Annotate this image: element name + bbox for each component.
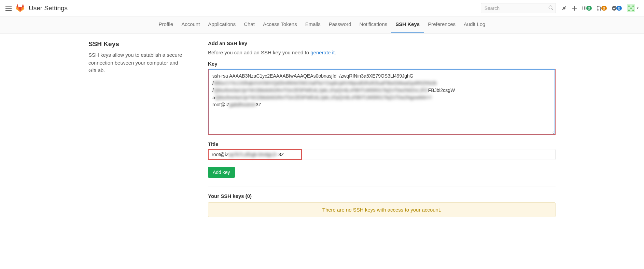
svg-point-2 [600,9,601,11]
tab-preferences[interactable]: Preferences [424,16,460,33]
tab-password[interactable]: Password [325,16,355,33]
header: User Settings 0 0 0 ▾ [0,0,644,16]
tab-profile[interactable]: Profile [155,16,178,33]
svg-point-5 [628,5,630,7]
tab-emails[interactable]: Emails [301,16,325,33]
caret-down-icon: ▾ [637,6,639,10]
svg-point-7 [630,8,632,9]
search-input[interactable] [481,3,556,13]
tab-applications[interactable]: Applications [204,16,240,33]
tab-chat[interactable]: Chat [240,16,259,33]
admin-icon[interactable] [561,5,567,11]
tab-access-tokens[interactable]: Access Tokens [259,16,301,33]
settings-tabs: ProfileAccountApplicationsChatAccess Tok… [0,16,644,33]
merge-badge: 0 [601,6,607,11]
todos-badge: 0 [616,6,622,11]
svg-point-9 [632,10,634,11]
svg-point-8 [628,10,630,11]
key-highlight-box: ssh-rsa AAAAB3NzaC1yc2EAAAABIwAAAQEAs0ob… [208,69,556,135]
search-icon [548,5,553,11]
generate-link[interactable]: generate it [310,50,335,55]
add-ssh-desc: Before you can add an SSH key you need t… [208,50,556,55]
plus-icon[interactable] [572,5,577,11]
title-label: Title [208,141,556,147]
sidebar-desc: SSH keys allow you to establish a secure… [88,51,194,75]
add-ssh-title: Add an SSH key [208,40,556,46]
issues-badge: 0 [586,6,592,11]
hamburger-menu[interactable] [5,6,12,11]
svg-point-0 [597,6,599,7]
tab-ssh-keys[interactable]: SSH Keys [391,16,424,33]
avatar [627,4,635,13]
tab-notifications[interactable]: Notifications [355,16,392,33]
your-keys-title: Your SSH keys (0) [208,193,556,199]
tab-audit-log[interactable]: Audit Log [460,16,489,33]
tab-account[interactable]: Account [177,16,204,33]
svg-point-6 [632,5,634,7]
empty-keys-alert: There are no SSH keys with access to you… [208,202,556,217]
page-title: User Settings [29,4,481,12]
gitlab-logo[interactable] [16,4,25,13]
issues-icon[interactable]: 0 [582,5,592,11]
divider [208,187,556,187]
todos-icon[interactable]: 0 [612,5,622,11]
user-avatar-dropdown[interactable]: ▾ [627,4,639,13]
merge-requests-icon[interactable]: 0 [597,5,607,11]
add-key-button[interactable]: Add key [208,167,235,178]
svg-point-1 [597,9,599,11]
title-input[interactable]: root@iZxp7k7LsfGgk-0m4gL0~3Z [208,149,556,160]
key-label: Key [208,61,556,67]
key-textarea[interactable]: ssh-rsa AAAAB3NzaC1yc2EAAAABIwAAAQEAs0ob… [209,69,555,134]
sidebar-title: SSH Keys [88,40,194,48]
